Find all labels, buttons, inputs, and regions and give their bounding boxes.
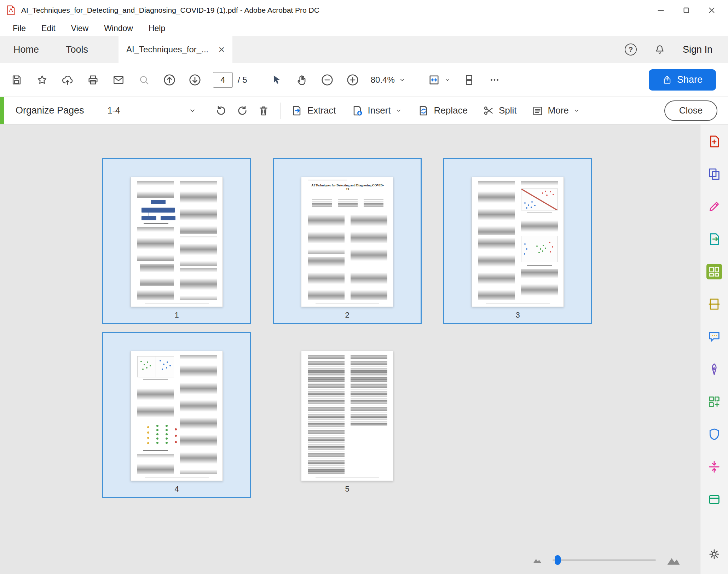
save-icon[interactable]	[9, 73, 24, 87]
fit-width-dropdown[interactable]	[428, 74, 451, 86]
page-range-dropdown[interactable]: 1-4	[108, 105, 197, 116]
maximize-button[interactable]	[674, 1, 699, 19]
text-placeholder	[180, 355, 217, 412]
settings-gear-icon[interactable]	[706, 546, 722, 562]
title-bar: AI_Techniques_for_Detecting_and_Diagnosi…	[0, 0, 728, 21]
next-page-icon[interactable]	[187, 73, 202, 87]
share-button[interactable]: Share	[649, 69, 716, 91]
tool-scan-ocr-icon[interactable]	[706, 296, 722, 312]
print-icon[interactable]	[86, 73, 100, 87]
page-grid-area: 1 AI Techniques for Detecting and Diagno…	[0, 124, 728, 574]
page-number-input[interactable]	[213, 72, 233, 88]
chevron-down-icon	[188, 106, 197, 115]
minimize-button[interactable]	[648, 1, 674, 19]
text-placeholder	[137, 454, 174, 474]
acrobat-logo-icon	[6, 5, 16, 16]
replace-button[interactable]: Replace	[417, 104, 468, 117]
flowchart-box	[151, 200, 166, 204]
menu-view[interactable]: View	[71, 24, 88, 33]
close-window-button[interactable]	[699, 1, 724, 19]
flowchart-connector	[168, 213, 168, 216]
select-pointer-icon[interactable]	[269, 73, 284, 87]
cloud-upload-icon[interactable]	[60, 73, 75, 87]
menu-file[interactable]: File	[13, 24, 26, 33]
scatter-dots	[536, 245, 538, 247]
tool-export-pdf-icon[interactable]	[706, 231, 722, 247]
search-icon[interactable]	[137, 73, 151, 87]
zoom-level-dropdown[interactable]: 80.4%	[371, 75, 406, 85]
page-footer-line	[145, 477, 209, 477]
text-placeholder	[351, 212, 387, 265]
split-button[interactable]: Split	[483, 105, 517, 117]
replace-pages-icon	[417, 104, 430, 117]
page-total-label: / 5	[238, 75, 247, 85]
slider-handle[interactable]	[555, 555, 561, 565]
tool-create-pdf-icon[interactable]	[706, 134, 722, 149]
toolbar-divider	[258, 72, 258, 88]
menu-edit[interactable]: Edit	[41, 24, 56, 33]
scatter-dots	[524, 243, 526, 245]
insert-button[interactable]: Insert	[351, 104, 402, 117]
tool-send-track-icon[interactable]	[706, 492, 722, 507]
flowchart-box	[161, 216, 175, 220]
tool-compress-pdf-icon[interactable]	[706, 459, 722, 475]
previous-page-icon[interactable]	[162, 73, 177, 87]
delete-pages-icon[interactable]	[256, 103, 271, 118]
tab-document[interactable]: AI_Techniques_for_... ×	[119, 36, 232, 63]
share-label: Share	[677, 74, 703, 85]
text-placeholder	[351, 268, 387, 300]
rotate-clockwise-icon[interactable]	[235, 103, 250, 118]
figure-scatter-panels	[137, 356, 174, 377]
page-thumbnail-4[interactable]: 4	[102, 332, 251, 498]
page-thumbnail-5[interactable]: 5	[273, 332, 422, 498]
scatter-dots	[160, 360, 161, 361]
window-title: AI_Techniques_for_Detecting_and_Diagnosi…	[21, 6, 319, 15]
more-list-icon	[532, 105, 544, 117]
tool-comment-icon[interactable]	[706, 329, 722, 344]
network-layer-dots	[147, 426, 149, 428]
page-display-icon[interactable]	[462, 73, 476, 87]
menu-window[interactable]: Window	[104, 24, 133, 33]
insert-pages-icon	[351, 104, 364, 117]
tool-combine-files-icon[interactable]	[706, 166, 722, 182]
email-icon[interactable]	[111, 73, 126, 87]
page-number-label: 4	[174, 485, 179, 494]
zoom-large-icon[interactable]	[666, 552, 681, 568]
flowchart-connector	[158, 204, 158, 208]
page-thumbnail-3[interactable]: 3	[443, 158, 592, 324]
help-icon[interactable]: ?	[625, 44, 637, 56]
figure-caption	[527, 265, 552, 266]
tool-prepare-form-icon[interactable]	[706, 394, 722, 410]
tab-tools[interactable]: Tools	[52, 36, 102, 63]
scatter-dots	[549, 242, 550, 243]
figure-caption	[143, 450, 168, 451]
tool-protect-icon[interactable]	[706, 427, 722, 442]
notifications-bell-icon[interactable]	[652, 42, 667, 57]
text-placeholder	[180, 237, 217, 266]
hand-pan-icon[interactable]	[294, 73, 309, 87]
slider-track[interactable]	[553, 559, 656, 561]
page-thumbnail-2[interactable]: AI Techniques for Detecting and Diagnosi…	[273, 158, 422, 324]
toolbar-divider	[417, 72, 417, 88]
extract-button[interactable]: Extract	[290, 104, 336, 117]
star-favorite-icon[interactable]	[35, 73, 50, 87]
more-tools-icon[interactable]	[487, 73, 502, 87]
zoom-in-icon[interactable]	[345, 73, 360, 87]
menu-help[interactable]: Help	[149, 24, 165, 33]
tab-bar: Home Tools AI_Techniques_for_... × ? Sig…	[0, 36, 728, 63]
tool-fill-sign-icon[interactable]	[706, 361, 722, 377]
close-tab-icon[interactable]: ×	[219, 44, 225, 55]
page-footer-line	[316, 303, 379, 303]
close-organize-button[interactable]: Close	[664, 100, 717, 121]
tab-home[interactable]: Home	[0, 36, 52, 63]
page-thumbnail-1[interactable]: 1	[102, 158, 251, 324]
sign-in-button[interactable]: Sign In	[683, 44, 712, 55]
rotate-counterclockwise-icon[interactable]	[214, 103, 229, 118]
tool-edit-pdf-icon[interactable]	[706, 199, 722, 214]
more-button[interactable]: More	[532, 105, 580, 117]
author-block	[312, 199, 332, 207]
tool-organize-pages-icon[interactable]	[706, 264, 722, 279]
page-number-label: 5	[345, 485, 349, 494]
zoom-small-icon[interactable]	[532, 555, 543, 565]
zoom-out-icon[interactable]	[320, 73, 335, 87]
